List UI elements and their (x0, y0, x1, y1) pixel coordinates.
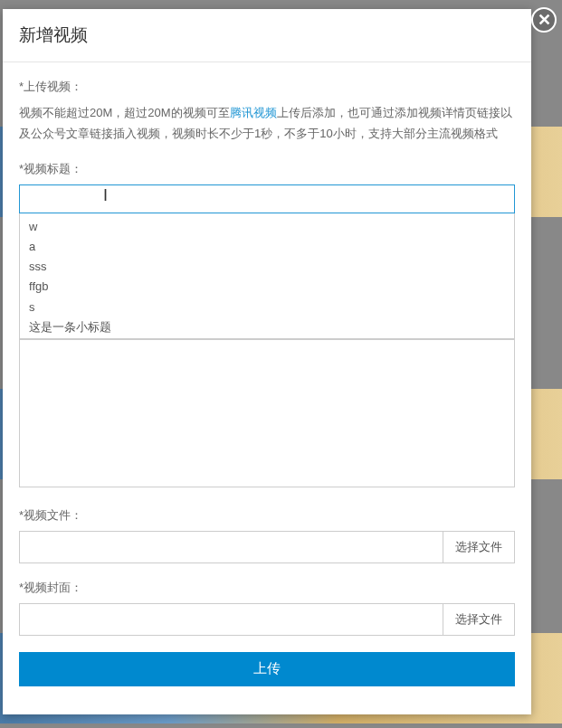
video-title-label: *视频标题： (19, 161, 515, 177)
add-video-modal: ✕ 新增视频 *上传视频： 视频不能超过20M，超过20M的视频可至腾讯视频上传… (3, 9, 531, 714)
suggestion-item[interactable]: ffgb (20, 277, 514, 297)
suggestion-item[interactable]: a (20, 237, 514, 257)
modal-body: *上传视频： 视频不能超过20M，超过20M的视频可至腾讯视频上传后添加，也可通… (3, 62, 531, 703)
video-cover-label: *视频封面： (19, 580, 515, 596)
suggestion-item[interactable]: w (20, 217, 514, 237)
modal-title: 新增视频 (19, 24, 515, 47)
video-title-input[interactable] (19, 184, 515, 213)
choose-video-file-button[interactable]: 选择文件 (443, 531, 515, 563)
video-file-path-display (19, 531, 443, 563)
upload-submit-button[interactable]: 上传 (19, 652, 515, 686)
close-button[interactable]: ✕ (531, 7, 557, 33)
suggestion-item[interactable]: s (20, 298, 514, 317)
modal-header: 新增视频 (3, 9, 531, 62)
video-cover-path-display (19, 603, 443, 636)
video-file-label: *视频文件： (19, 507, 515, 524)
upload-video-label: *上传视频： (19, 79, 515, 95)
suggestion-item[interactable]: 这是一条小标题 (20, 317, 514, 339)
choose-cover-file-button[interactable]: 选择文件 (443, 603, 515, 636)
suggestion-item[interactable]: sss (20, 257, 514, 277)
tencent-video-link[interactable]: 腾讯视频 (230, 106, 277, 119)
help-text-pre: 视频不能超过20M，超过20M的视频可至 (19, 106, 230, 119)
close-icon: ✕ (538, 10, 551, 30)
upload-help-text: 视频不能超过20M，超过20M的视频可至腾讯视频上传后添加，也可通过添加视频详情… (19, 102, 515, 145)
video-description-textarea[interactable] (19, 340, 515, 487)
title-suggestions-dropdown: w a sss ffgb s 这是一条小标题 (19, 213, 515, 340)
